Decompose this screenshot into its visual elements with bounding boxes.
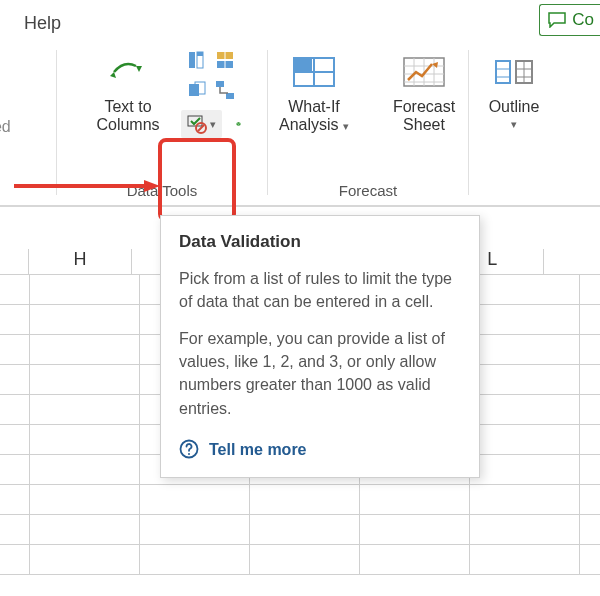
ribbon-group-outline: Outline ▾	[469, 40, 559, 205]
outline-icon	[492, 55, 536, 89]
forecast-sheet-button[interactable]: Forecast Sheet	[375, 46, 473, 137]
tooltip-data-validation: Data Validation Pick from a list of rule…	[160, 215, 480, 478]
tell-me-more-label: Tell me more	[209, 438, 307, 461]
group-label-data-tools: Data Tools	[127, 182, 198, 203]
manage-data-model-icon[interactable]	[236, 114, 241, 134]
ribbon-fragment-left: ply nced	[0, 40, 56, 205]
svg-point-18	[188, 453, 190, 455]
tooltip-paragraph: For example, you can provide a list of v…	[179, 327, 461, 420]
text-to-columns-button[interactable]: Text to Columns	[83, 46, 173, 137]
svg-rect-14	[496, 61, 510, 83]
column-header-h[interactable]: H	[29, 249, 132, 275]
svg-rect-2	[197, 52, 203, 56]
consolidate-icon[interactable]	[215, 50, 235, 70]
comments-label: Co	[572, 10, 594, 30]
ribbon-group-data-tools: Text to Columns	[57, 40, 267, 205]
text-to-columns-icon	[108, 52, 148, 92]
relationships-icon[interactable]	[215, 80, 235, 100]
chevron-down-icon: ▾	[343, 120, 349, 132]
outline-button[interactable]: Outline ▾	[468, 46, 560, 133]
tooltip-title: Data Validation	[179, 230, 461, 255]
help-icon	[179, 439, 199, 459]
chevron-down-icon: ▾	[511, 118, 517, 131]
column-header[interactable]	[544, 249, 600, 275]
svg-rect-0	[189, 52, 195, 68]
tell-me-more-link[interactable]: Tell me more	[179, 438, 461, 461]
forecast-sheet-icon	[402, 54, 446, 90]
data-validation-icon	[187, 114, 207, 134]
remove-duplicates-icon[interactable]	[187, 80, 207, 100]
group-label-forecast: Forecast	[339, 182, 397, 203]
data-validation-button[interactable]: ▾	[181, 110, 222, 138]
svg-rect-12	[294, 58, 312, 72]
what-if-icon	[292, 54, 336, 90]
forecast-sheet-label: Forecast Sheet	[393, 98, 455, 135]
svg-rect-8	[226, 93, 234, 99]
flash-fill-icon[interactable]	[187, 50, 207, 70]
tooltip-paragraph: Pick from a list of rules to limit the t…	[179, 267, 461, 313]
comment-icon	[548, 12, 566, 28]
svg-rect-9	[188, 116, 202, 126]
what-if-analysis-button[interactable]: What-If Analysis ▾	[263, 46, 365, 137]
text-to-columns-label: Text to Columns	[96, 98, 159, 135]
svg-rect-7	[216, 81, 224, 87]
chevron-down-icon: ▾	[210, 118, 216, 131]
tab-help[interactable]: Help	[16, 7, 69, 40]
comments-button[interactable]: Co	[539, 4, 600, 36]
ribbon-group-forecast: What-If Analysis ▾ Forecast Sheet Foreca…	[268, 40, 468, 205]
